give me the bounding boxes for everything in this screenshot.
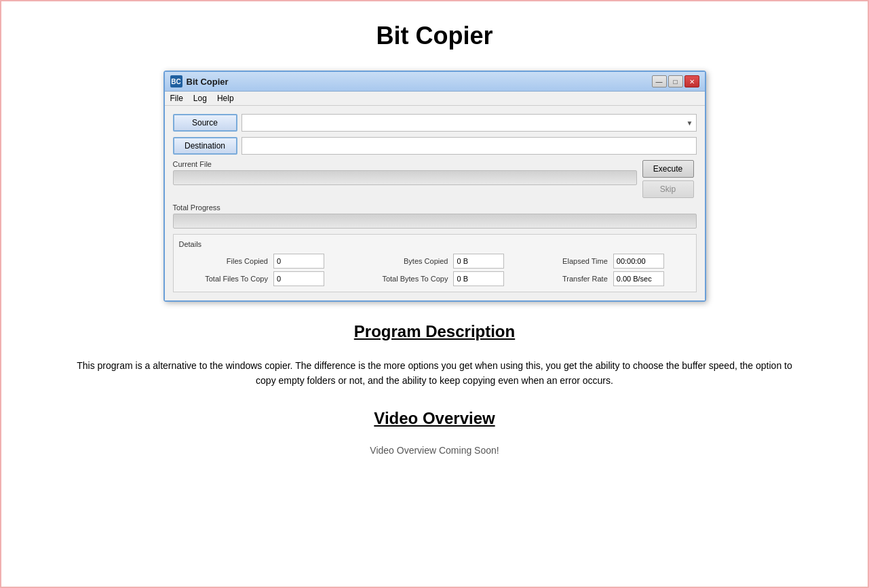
total-files-value: 0: [273, 271, 324, 286]
app-window: BC Bit Copier — □ ✕ File Log Help Source: [163, 71, 706, 302]
file-section-right: Execute Skip: [642, 160, 697, 198]
total-progress-label: Total Progress: [173, 203, 697, 212]
current-file-left: Current File: [173, 160, 637, 185]
source-row: Source ▼: [173, 114, 697, 132]
bytes-copied-value: 0 B: [453, 254, 504, 269]
page-title: Bit Copier: [1, 1, 868, 64]
total-progress-section: Total Progress: [173, 203, 697, 229]
details-label: Details: [179, 240, 691, 248]
destination-button[interactable]: Destination: [173, 137, 237, 155]
video-coming-soon-text: Video Overview Coming Soon!: [1, 445, 868, 456]
video-overview-heading: Video Overview: [1, 409, 868, 428]
transfer-rate-label: Transfer Rate: [536, 275, 608, 283]
total-bytes-label: Total Bytes To Copy: [356, 275, 448, 283]
current-file-label: Current File: [173, 160, 637, 168]
maximize-button[interactable]: □: [668, 75, 683, 87]
total-progress-bar: [173, 214, 697, 229]
files-copied-value: 0: [273, 254, 324, 269]
bytes-copied-label: Bytes Copied: [356, 257, 448, 265]
execute-button[interactable]: Execute: [642, 160, 694, 178]
transfer-rate-value: 0.00 B/sec: [613, 271, 664, 286]
menu-help[interactable]: Help: [217, 94, 234, 103]
close-button[interactable]: ✕: [684, 75, 699, 87]
destination-row: Destination: [173, 137, 697, 155]
total-files-label: Total Files To Copy: [179, 275, 268, 283]
app-window-container: BC Bit Copier — □ ✕ File Log Help Source: [1, 71, 868, 302]
title-bar: BC Bit Copier — □ ✕: [165, 72, 705, 92]
source-button[interactable]: Source: [173, 114, 237, 132]
app-icon: BC: [170, 75, 182, 87]
details-grid: Files Copied 0 Bytes Copied 0 B Elapsed …: [179, 254, 691, 286]
minimize-button[interactable]: —: [652, 75, 667, 87]
destination-input[interactable]: [242, 137, 697, 155]
program-description-text: This program is a alternative to the win…: [45, 358, 825, 389]
elapsed-time-value: 00:00:00: [613, 254, 664, 269]
menu-file[interactable]: File: [170, 94, 183, 103]
dropdown-arrow-icon: ▼: [687, 119, 693, 127]
elapsed-time-label: Elapsed Time: [536, 257, 608, 265]
menu-log[interactable]: Log: [193, 94, 207, 103]
current-file-section: Current File Execute Skip: [173, 160, 697, 198]
title-bar-controls: — □ ✕: [652, 75, 699, 87]
current-file-progress-bar: [173, 170, 637, 185]
details-section: Details Files Copied 0 Bytes Copied 0 B …: [173, 234, 697, 292]
title-bar-left: BC Bit Copier: [170, 75, 233, 87]
skip-button[interactable]: Skip: [642, 180, 694, 198]
total-bytes-value: 0 B: [453, 271, 504, 286]
program-description-heading: Program Description: [1, 322, 868, 341]
app-body: Source ▼ Destination Current File Execut…: [165, 106, 705, 300]
menu-bar: File Log Help: [165, 92, 705, 106]
title-bar-text: Bit Copier: [187, 77, 229, 87]
files-copied-label: Files Copied: [179, 257, 268, 265]
source-dropdown[interactable]: ▼: [242, 114, 697, 132]
